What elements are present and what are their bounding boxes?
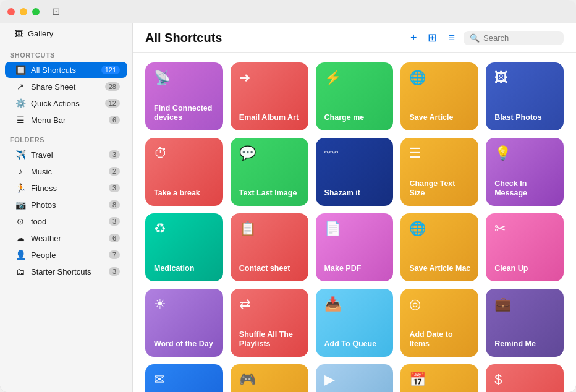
card-icon-save-article-mac: 🌐 xyxy=(409,222,471,236)
shortcuts-grid-container: 📡 Find Connected devices ➜ Email Album A… xyxy=(133,53,576,392)
folder-icon-starter-shortcuts: 🗂 xyxy=(15,266,26,276)
card-make-pdf[interactable]: 📄 Make PDF xyxy=(316,213,394,281)
folder-label-travel: Travel xyxy=(31,150,104,160)
card-sort-lines[interactable]: ▶ Sort Lines xyxy=(316,364,394,392)
folder-icon-food: ⊙ xyxy=(15,216,26,226)
card-save-article-mac[interactable]: 🌐 Save Article Mac xyxy=(400,213,478,281)
card-icon-add-date-to-items: ◎ xyxy=(409,297,471,311)
card-label-shazam-it: Shazam it xyxy=(324,189,386,198)
card-email-myself[interactable]: ✉ Email Myself xyxy=(145,364,223,392)
search-input[interactable] xyxy=(483,33,557,43)
folder-icon-music: ♪ xyxy=(15,166,26,176)
sidebar-item-share-sheet[interactable]: ↗ Share Sheet 28 xyxy=(5,79,127,95)
card-icon-change-text-size: ☰ xyxy=(409,147,471,160)
sidebar-item-quick-actions[interactable]: ⚙️ Quick Actions 12 xyxy=(5,95,127,111)
sidebar-badge-share-sheet: 28 xyxy=(105,82,120,91)
card-email-album-art[interactable]: ➜ Email Album Art xyxy=(231,62,308,130)
close-button[interactable] xyxy=(7,8,15,15)
card-charge-me[interactable]: ⚡ Charge me xyxy=(316,62,394,130)
folder-icon-weather: ☁ xyxy=(15,233,26,243)
sidebar-icon-share-sheet: ↗ xyxy=(15,82,26,92)
sidebar-folder-travel[interactable]: ✈️ Travel 3 xyxy=(5,147,127,163)
sidebar-toggle-button[interactable]: ⊡ xyxy=(52,6,60,17)
card-remind-me[interactable]: 💼 Remind Me xyxy=(486,289,564,357)
shortcuts-section-header: Shortcuts xyxy=(0,44,132,61)
folder-icon-fitness: 🏃 xyxy=(15,183,26,193)
sidebar-label-all-shortcuts: All Shortcuts xyxy=(31,66,96,75)
card-clean-up[interactable]: ✂ Clean Up xyxy=(486,213,564,281)
card-how-many-days-until[interactable]: 📅 How Many Days Until xyxy=(400,364,478,392)
card-icon-calculate-tip: $ xyxy=(494,373,556,386)
card-add-to-queue[interactable]: 📥 Add To Queue xyxy=(316,289,394,357)
card-icon-how-many-days-until: 📅 xyxy=(409,373,471,386)
card-label-change-text-size: Change Text Size xyxy=(409,179,471,198)
card-label-add-to-queue: Add To Queue xyxy=(324,339,386,349)
card-label-take-a-break: Take a break xyxy=(154,189,216,198)
folder-badge-music: 2 xyxy=(109,167,120,176)
card-label-save-article: Save Article xyxy=(409,113,471,123)
folder-badge-people: 7 xyxy=(109,250,120,259)
card-take-a-break[interactable]: ⏱ Take a break xyxy=(145,138,223,206)
card-gas-on-this-street[interactable]: 🎮 Gas On This Street xyxy=(231,364,308,392)
sidebar-folder-food[interactable]: ⊙ food 3 xyxy=(5,213,127,229)
card-icon-make-pdf: 📄 xyxy=(324,222,386,236)
folder-badge-food: 3 xyxy=(109,217,120,226)
card-medication[interactable]: ♻ Medication xyxy=(145,213,223,281)
list-view-button[interactable]: ≡ xyxy=(446,30,457,46)
card-icon-save-article: 🌐 xyxy=(409,71,471,85)
sidebar-folder-music[interactable]: ♪ Music 2 xyxy=(5,163,127,179)
card-blast-photos[interactable]: 🖼 Blast Photos xyxy=(486,62,564,130)
minimize-button[interactable] xyxy=(20,8,27,15)
folder-badge-travel: 3 xyxy=(109,150,120,159)
card-label-find-connected-devices: Find Connected devices xyxy=(154,104,216,123)
sidebar-folder-starter-shortcuts[interactable]: 🗂 Starter Shortcuts 3 xyxy=(5,263,127,279)
card-contact-sheet[interactable]: 📋 Contact sheet xyxy=(231,213,308,281)
sidebar-label-quick-actions: Quick Actions xyxy=(31,99,100,108)
folder-badge-weather: 6 xyxy=(109,234,120,242)
card-icon-gas-on-this-street: 🎮 xyxy=(239,373,301,386)
sidebar-icon-quick-actions: ⚙️ xyxy=(15,98,26,108)
sidebar-shortcuts-items: 🔲 All Shortcuts 121 ↗ Share Sheet 28 ⚙️ … xyxy=(0,61,132,129)
card-label-remind-me: Remind Me xyxy=(494,339,556,349)
add-button[interactable]: + xyxy=(408,30,420,46)
card-icon-shazam-it: 〰 xyxy=(324,147,386,160)
folder-badge-fitness: 3 xyxy=(109,184,120,192)
card-label-make-pdf: Make PDF xyxy=(324,264,386,274)
sidebar-folder-fitness[interactable]: 🏃 Fitness 3 xyxy=(5,180,127,196)
card-label-text-last-image: Text Last Image xyxy=(239,189,301,198)
sidebar-folder-weather[interactable]: ☁ Weather 6 xyxy=(5,230,127,246)
card-text-last-image[interactable]: 💬 Text Last Image xyxy=(231,138,308,206)
card-find-connected-devices[interactable]: 📡 Find Connected devices xyxy=(145,62,223,130)
folder-label-weather: Weather xyxy=(31,234,104,243)
card-label-charge-me: Charge me xyxy=(324,113,386,123)
shortcuts-grid: 📡 Find Connected devices ➜ Email Album A… xyxy=(145,62,564,392)
card-shuffle-all-playlists[interactable]: ⇄ Shuffle All The Playlists xyxy=(231,289,308,357)
card-add-date-to-items[interactable]: ◎ Add Date to Items xyxy=(400,289,478,357)
sidebar-item-all-shortcuts[interactable]: 🔲 All Shortcuts 121 xyxy=(5,62,127,78)
sidebar-item-menu-bar[interactable]: ☰ Menu Bar 6 xyxy=(5,112,127,128)
card-word-of-the-day[interactable]: ☀ Word of the Day xyxy=(145,289,223,357)
sidebar: 🖼 Gallery Shortcuts 🔲 All Shortcuts 121 … xyxy=(0,0,133,392)
card-check-in-message[interactable]: 💡 Check In Message xyxy=(486,138,564,206)
card-change-text-size[interactable]: ☰ Change Text Size xyxy=(400,138,478,206)
card-shazam-it[interactable]: 〰 Shazam it xyxy=(316,138,394,206)
main-window: ⊡ 🖼 Gallery Shortcuts 🔲 All Shortcuts 12… xyxy=(0,0,576,392)
card-icon-email-album-art: ➜ xyxy=(239,71,301,85)
grid-view-button[interactable]: ⊞ xyxy=(425,30,439,46)
card-label-check-in-message: Check In Message xyxy=(494,179,556,198)
sidebar-item-gallery[interactable]: 🖼 Gallery xyxy=(5,24,127,43)
card-save-article[interactable]: 🌐 Save Article xyxy=(400,62,478,130)
search-box: 🔍 xyxy=(464,31,564,45)
folder-label-starter-shortcuts: Starter Shortcuts xyxy=(31,267,104,276)
card-icon-word-of-the-day: ☀ xyxy=(154,297,216,311)
main-content: All Shortcuts + ⊞ ≡ 🔍 📡 Find Connected d… xyxy=(133,0,576,392)
sidebar-folder-people[interactable]: 👤 People 7 xyxy=(5,247,127,263)
sidebar-folder-photos[interactable]: 📷 Photos 8 xyxy=(5,197,127,213)
card-calculate-tip[interactable]: $ Calculate Tip xyxy=(486,364,564,392)
sidebar-icon-menu-bar: ☰ xyxy=(15,115,26,125)
card-icon-blast-photos: 🖼 xyxy=(494,71,556,85)
titlebar: ⊡ xyxy=(0,0,576,23)
card-icon-text-last-image: 💬 xyxy=(239,147,301,160)
card-label-email-album-art: Email Album Art xyxy=(239,113,301,123)
maximize-button[interactable] xyxy=(32,8,40,15)
